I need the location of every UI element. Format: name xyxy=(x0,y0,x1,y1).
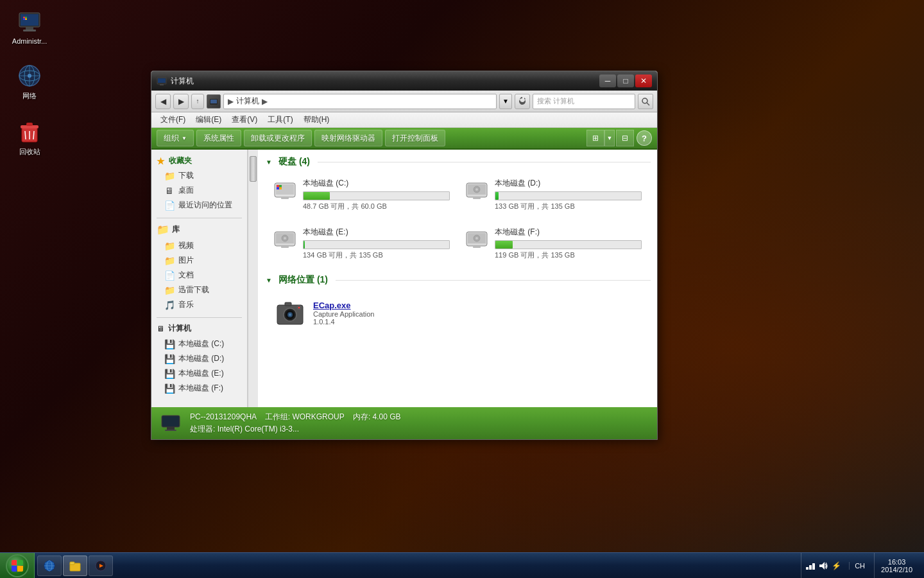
start-button[interactable] xyxy=(0,553,35,578)
sidebar: ★ 收藏夹 📁 下载 🖥 桌面 📄 最近访 xyxy=(151,150,248,407)
toolbar: 组织 ▼ 系统属性 卸载或更改程序 映射网络驱动器 打开控制面板 ⊞ ▼ ⊟ ? xyxy=(151,128,657,150)
ecap-info: ECap.exe Capture Application 1.0.1.4 xyxy=(313,301,640,326)
sidebar-item-thunder[interactable]: 📁 迅雷下载 xyxy=(151,283,247,297)
network-title: 网络位置 (1) xyxy=(278,274,328,286)
status-line2: 处理器: Intel(R) Core(TM) i3-3... xyxy=(190,424,649,435)
status-bar: PC--20131209QHA 工作组: WORKGROUP 内存: 4.00 … xyxy=(151,407,657,439)
drive-e-fill xyxy=(304,241,305,249)
desktop-icon-network[interactable]: 网络 xyxy=(6,60,53,103)
desktop-icon-recycle[interactable]: 回收站 xyxy=(6,116,53,159)
sidebar-scrollbar[interactable] xyxy=(248,150,258,407)
explorer-icon xyxy=(69,559,81,572)
svg-rect-23 xyxy=(160,84,164,85)
computer-sidebar-icon: 🖥 xyxy=(157,324,164,333)
taskbar-ie[interactable] xyxy=(37,556,62,576)
hard-disks-divider xyxy=(318,162,651,162)
drive-f-icon: 💾 xyxy=(164,383,175,394)
drive-c-fill xyxy=(304,192,330,200)
taskbar-media[interactable] xyxy=(89,556,113,576)
hard-disks-toggle[interactable]: ▼ xyxy=(264,157,273,166)
search-button[interactable] xyxy=(638,94,653,109)
sidebar-item-pictures[interactable]: 📁 图片 xyxy=(151,253,247,268)
sidebar-computer-title[interactable]: 🖥 计算机 xyxy=(151,320,247,337)
svg-rect-25 xyxy=(210,100,217,103)
admin-icon xyxy=(17,9,42,35)
view-btn-1[interactable]: ⊞ xyxy=(586,130,604,146)
svg-rect-6 xyxy=(25,17,27,19)
system-props-button[interactable]: 系统属性 xyxy=(196,130,241,146)
downloads-icon: 📁 xyxy=(164,171,175,181)
ie-icon xyxy=(43,559,56,572)
sidebar-item-documents[interactable]: 📄 文档 xyxy=(151,268,247,283)
menu-view[interactable]: 查看(V) xyxy=(227,113,262,127)
sidebar-drive-d[interactable]: 💾 本地磁盘 (D:) xyxy=(151,351,247,366)
start-orb xyxy=(6,554,29,577)
view-btn-2[interactable]: ⊟ xyxy=(616,130,634,146)
taskbar-clock[interactable]: 16:03 2014/2/10 xyxy=(874,553,919,578)
sidebar-favorites-title[interactable]: ★ 收藏夹 xyxy=(151,153,247,168)
sidebar-item-music[interactable]: 🎵 音乐 xyxy=(151,297,247,312)
volume-tray-icon[interactable] xyxy=(818,561,828,571)
sidebar-drive-e[interactable]: 💾 本地磁盘 (E:) xyxy=(151,366,247,381)
taskbar-lang[interactable]: CH xyxy=(849,562,870,570)
svg-line-20 xyxy=(33,131,34,139)
svg-marker-76 xyxy=(819,562,825,570)
network-icon xyxy=(17,63,42,89)
sidebar-library-title[interactable]: 📁 库 xyxy=(151,221,247,238)
sidebar-scroll-thumb[interactable] xyxy=(250,156,257,182)
svg-rect-2 xyxy=(26,27,33,30)
taskbar-explorer[interactable] xyxy=(63,556,87,576)
svg-rect-61 xyxy=(162,416,179,426)
open-control-button[interactable]: 打开控制面板 xyxy=(385,130,445,146)
view-dropdown[interactable]: ▼ xyxy=(604,130,615,146)
sidebar-item-video[interactable]: 📁 视频 xyxy=(151,238,247,253)
sidebar-item-recent[interactable]: 📄 最近访问的位置 xyxy=(151,198,247,213)
back-button[interactable]: ◀ xyxy=(155,94,171,109)
svg-rect-63 xyxy=(165,430,176,431)
sidebar-drive-f[interactable]: 💾 本地磁盘 (F:) xyxy=(151,381,247,396)
sidebar-item-desktop[interactable]: 🖥 桌面 xyxy=(151,183,247,198)
uninstall-button[interactable]: 卸载或更改程序 xyxy=(244,130,312,146)
organize-arrow: ▼ xyxy=(182,136,187,141)
svg-line-18 xyxy=(25,131,26,139)
close-button[interactable]: ✕ xyxy=(635,74,652,87)
address-path[interactable]: ▶ 计算机 ▶ xyxy=(223,94,497,109)
organize-button[interactable]: 组织 ▼ xyxy=(157,130,194,146)
network-tray-icon[interactable] xyxy=(805,561,816,571)
sidebar-favorites-section: ★ 收藏夹 📁 下载 🖥 桌面 📄 最近访 xyxy=(151,153,247,213)
menu-file[interactable]: 文件(F) xyxy=(155,113,191,127)
network-item-ecap[interactable]: ECap.exe Capture Application 1.0.1.4 xyxy=(264,292,651,333)
menu-tools[interactable]: 工具(T) xyxy=(262,113,298,127)
hard-disks-title: 硬盘 (4) xyxy=(278,156,310,168)
drive-c-space: 48.7 GB 可用，共 60.0 GB xyxy=(303,202,450,211)
drive-e-item[interactable]: 本地磁盘 (E:) 134 GB 可用，共 135 GB xyxy=(270,223,454,264)
main-panel: ▼ 硬盘 (4) xyxy=(258,150,657,407)
sidebar-item-downloads[interactable]: 📁 下载 xyxy=(151,168,247,183)
drive-f-bar xyxy=(495,240,642,249)
sidebar-divider-2 xyxy=(157,317,242,318)
help-button[interactable]: ? xyxy=(637,130,652,146)
sidebar-drive-c[interactable]: 💾 本地磁盘 (C:) xyxy=(151,337,247,351)
drive-e-info: 本地磁盘 (E:) 134 GB 可用，共 135 GB xyxy=(303,227,450,260)
drive-d-item[interactable]: 本地磁盘 (D:) 133 GB 可用，共 135 GB xyxy=(461,174,646,215)
thunder-icon: 📁 xyxy=(164,285,175,295)
drive-f-item[interactable]: 本地磁盘 (F:) 119 GB 可用，共 135 GB xyxy=(461,223,646,264)
search-box[interactable]: 搜索 计算机 xyxy=(533,94,635,109)
network-toggle[interactable]: ▼ xyxy=(264,276,273,285)
address-dropdown[interactable]: ▼ xyxy=(499,94,512,109)
svg-rect-44 xyxy=(281,246,289,248)
desktop-icon-admin[interactable]: Administr... xyxy=(6,6,53,48)
maximize-button[interactable]: □ xyxy=(617,74,634,87)
refresh-button[interactable] xyxy=(515,94,530,109)
forward-button[interactable]: ▶ xyxy=(173,94,189,109)
drive-c-item[interactable]: 本地磁盘 (C:) 48.7 GB 可用，共 60.0 GB xyxy=(270,174,454,215)
sidebar-computer-section: 🖥 计算机 💾 本地磁盘 (C:) 💾 本地磁盘 (D:) 💾 xyxy=(151,320,247,396)
svg-rect-36 xyxy=(279,188,282,190)
up-button[interactable]: ↑ xyxy=(191,94,204,109)
status-computer-icon xyxy=(159,412,182,435)
map-drive-button[interactable]: 映射网络驱动器 xyxy=(314,130,382,146)
network-icon-label: 网络 xyxy=(9,91,50,101)
minimize-button[interactable]: ─ xyxy=(599,74,616,87)
menu-help[interactable]: 帮助(H) xyxy=(298,113,335,127)
menu-edit[interactable]: 编辑(E) xyxy=(191,113,227,127)
